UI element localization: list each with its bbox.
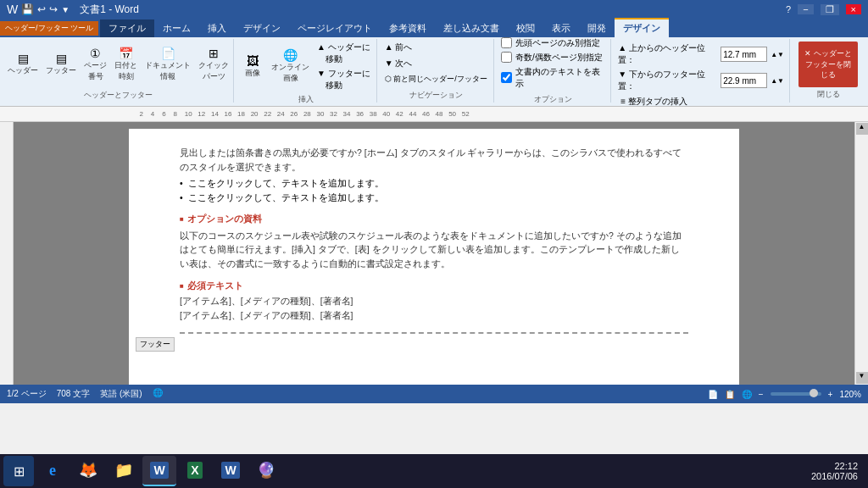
bullet-text-2[interactable]: ここをクリックして、テキストを追加します。 — [188, 192, 384, 204]
page: 見出しまたは箇条書きの黒丸が必要ですか? [ホーム] タブのスタイル ギャラリー… — [129, 129, 739, 385]
pagenum-icon: ① — [90, 47, 101, 59]
customize-btn[interactable]: ▼ — [61, 5, 70, 14]
tab-design[interactable]: デザイン — [235, 19, 289, 37]
oddeven-option[interactable]: 奇数/偶数ページ別指定 — [501, 52, 605, 64]
bottom-pos-spinner[interactable]: ▲▼ — [771, 77, 784, 85]
required-heading: 必須テキスト — [180, 280, 688, 292]
title-bar: W 💾 ↩ ↪ ▼ 文書1 - Word ? − ❐ × — [0, 0, 868, 19]
title-bar-controls: ? − ❐ × — [786, 4, 861, 15]
movetofooter-btn[interactable]: ▼ フッターに 移動 — [314, 67, 373, 92]
linktoprev-btn[interactable]: ⬡ 前と同じヘッダー/フッター — [382, 73, 490, 86]
page-content: 見出しまたは箇条書きの黒丸が必要ですか? [ホーム] タブのスタイル ギャラリー… — [129, 122, 739, 385]
tab-file[interactable]: ファイル — [100, 19, 154, 37]
top-pos-spinner[interactable]: ▲▼ — [771, 51, 784, 58]
bullet-dot-1: • — [180, 178, 183, 190]
options-group-label: オプション — [501, 92, 605, 105]
zoom-slider[interactable] — [771, 392, 821, 396]
taskbar-explorer[interactable]: 📁 — [107, 456, 141, 486]
docinfo-btn[interactable]: 📄 ドキュメント情報 — [142, 46, 193, 84]
pagenum-btn[interactable]: ① ページ番号 — [81, 46, 109, 84]
header-btn[interactable]: ▤ ヘッダー — [5, 51, 41, 78]
bullet-1: • ここをクリックして、テキストを追加します。 — [180, 178, 688, 190]
oddeven-label: 奇数/偶数ページ別指定 — [515, 52, 603, 64]
required-item-1: [アイテム名]、[メディアの種類]、[著者名] — [180, 296, 688, 308]
zoom-bar — [771, 392, 821, 396]
window-title: 文書1 - Word — [80, 3, 139, 17]
firstpage-option[interactable]: 先頭ページのみ別指定 — [501, 37, 605, 49]
help-btn[interactable]: ? — [786, 4, 791, 14]
taskbar-ie[interactable]: e — [36, 456, 70, 486]
tab-insert[interactable]: 挿入 — [199, 19, 235, 37]
tab-home[interactable]: ホーム — [154, 19, 199, 37]
main-text: 見出しまたは箇条書きの黒丸が必要ですか? [ホーム] タブのスタイル ギャラリー… — [180, 146, 688, 175]
restore-btn[interactable]: ❐ — [821, 4, 839, 15]
showtext-check[interactable] — [501, 72, 512, 83]
ribbon-group-position: ▲ 上からのヘッダー位置： ▲▼ ▼ 下からのフッター位置： ▲▼ ≡ 整列タブ… — [613, 39, 790, 103]
excel-taskbar-icon: X — [187, 462, 202, 479]
insert-group-label: 挿入 — [298, 92, 314, 105]
bullet-dot-2: • — [180, 192, 183, 204]
quick-save[interactable]: 💾 — [21, 3, 34, 15]
tab-mailings[interactable]: 差し込み文書 — [435, 19, 508, 37]
scroll-down-btn[interactable]: ▼ — [856, 372, 868, 384]
close-btn[interactable]: × — [846, 4, 861, 14]
movetoheader-btn[interactable]: ▲ ヘッダーに 移動 — [314, 41, 373, 66]
zoom-plus[interactable]: + — [828, 390, 833, 399]
top-pos-input[interactable] — [721, 47, 767, 62]
zoom-thumb[interactable] — [810, 389, 818, 397]
view-normal[interactable]: 📄 — [708, 390, 718, 399]
scroll-right[interactable]: ▲ ▼ — [854, 122, 868, 385]
word-count: 708 文字 — [57, 388, 90, 400]
bottom-pos-input[interactable] — [721, 73, 767, 88]
zoom-minus[interactable]: − — [759, 390, 764, 399]
taskbar-excel[interactable]: X — [178, 456, 212, 486]
calendar-icon: 📅 — [119, 47, 133, 59]
word2-taskbar-icon: W — [221, 462, 239, 479]
onlinepic-btn[interactable]: 🌐 オンライン画像 — [269, 47, 312, 86]
firstpage-check[interactable] — [501, 37, 512, 48]
prev-btn[interactable]: ▲ 前へ — [382, 41, 415, 54]
bullet-text-1[interactable]: ここをクリックして、テキストを追加します。 — [188, 178, 384, 190]
taskbar-firefox[interactable]: 🦊 — [71, 456, 105, 486]
start-btn[interactable]: ⊞ — [3, 456, 34, 486]
close-hf-btn[interactable]: ✕ ヘッダーとフッターを閉じる — [798, 42, 858, 87]
taskbar-other[interactable]: 🔮 — [249, 456, 283, 486]
taskbar-word[interactable]: W — [142, 456, 176, 486]
zoom-level: 120% — [839, 390, 861, 399]
tab-review[interactable]: 校閲 — [508, 19, 543, 37]
required-heading-text: 必須テキスト — [187, 280, 243, 292]
next-btn[interactable]: ▼ 次へ — [382, 57, 415, 70]
ribbon-group-close: ✕ ヘッダーとフッターを閉じる 閉じる — [792, 39, 865, 103]
showtext-option[interactable]: 文書内のテキストを表示 — [501, 66, 605, 90]
taskbar-word2[interactable]: W — [214, 456, 248, 486]
status-right: 📄 📋 🌐 − + 120% — [708, 390, 861, 399]
ie-icon: e — [49, 462, 56, 480]
title-bar-left: W 💾 ↩ ↪ ▼ 文書1 - Word — [7, 3, 139, 17]
word-taskbar-icon: W — [150, 462, 168, 479]
undo-btn[interactable]: ↩ — [37, 3, 46, 15]
picture-btn[interactable]: 🖼 画像 — [239, 53, 266, 80]
minimize-btn[interactable]: − — [798, 4, 813, 14]
oddeven-check[interactable] — [501, 52, 512, 63]
footer-separator: フッター — [180, 332, 688, 334]
view-print[interactable]: 📋 — [725, 390, 735, 399]
tab-developer[interactable]: 開発 — [579, 19, 615, 37]
docinfo-icon: 📄 — [161, 47, 175, 59]
redo-btn[interactable]: ↪ — [49, 3, 58, 15]
tab-pagelayout[interactable]: ページレイアウト — [289, 19, 381, 37]
scroll-up-btn[interactable]: ▲ — [856, 123, 868, 135]
taskbar: ⊞ e 🦊 📁 W X W 🔮 22:12 2016/07/06 — [0, 454, 868, 488]
tab-references[interactable]: 参考資料 — [381, 19, 435, 37]
ruler-marks: 2 4 6 8 10 12 14 16 18 20 22 24 26 28 30… — [136, 110, 470, 118]
view-web[interactable]: 🌐 — [742, 390, 752, 399]
quickparts-btn[interactable]: ⊞ クイックパーツ — [196, 46, 231, 84]
tab-view[interactable]: 表示 — [543, 19, 579, 37]
tool-tab-label: ヘッダー/フッター ツール — [0, 21, 98, 36]
tab-hf-design[interactable]: デザイン — [615, 18, 669, 37]
optional-heading: オプションの資料 — [180, 213, 688, 225]
nav-buttons: ▲ 前へ ▼ 次へ ⬡ 前と同じヘッダー/フッター — [382, 41, 490, 88]
picture-icon: 🖼 — [247, 55, 259, 67]
footer-btn[interactable]: ▤ フッター — [43, 51, 79, 78]
datetime-btn[interactable]: 📅 日付と時刻 — [112, 46, 140, 84]
scroll-left[interactable] — [0, 122, 14, 385]
